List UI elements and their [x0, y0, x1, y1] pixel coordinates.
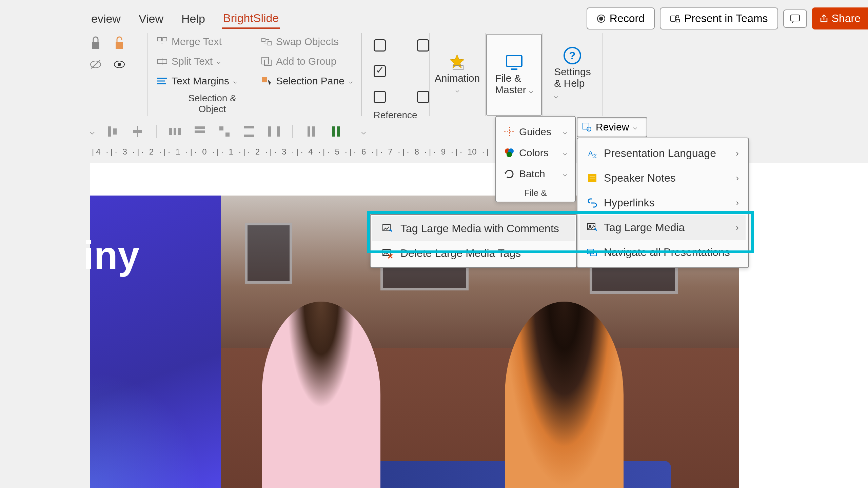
tab-view[interactable]: View	[137, 9, 165, 28]
distribute-icon-4[interactable]	[243, 125, 256, 138]
speaker-notes-label: Speaker Notes	[604, 172, 676, 184]
svg-rect-34	[178, 128, 181, 135]
file-master-button[interactable]: File &Master ⌵	[486, 34, 542, 116]
presentation-language-item[interactable]: A文 Presentation Language ›	[580, 141, 746, 166]
chevron-right-icon: ›	[736, 198, 739, 208]
swap-objects-button[interactable]: Swap Objects	[261, 36, 353, 47]
share-button[interactable]: Share	[812, 7, 868, 29]
svg-point-51	[507, 152, 512, 157]
guides-item[interactable]: Guides ⌵	[502, 121, 569, 142]
guides-icon	[504, 127, 514, 137]
add-to-group-button[interactable]: Add to Group	[261, 56, 353, 67]
svg-rect-37	[219, 126, 223, 130]
ruler: | 4· | · 3· | · 2· | · 1· | · 0· | · 1· …	[90, 146, 868, 158]
svg-rect-45	[332, 126, 335, 137]
text-margins-button[interactable]: Text Margins ⌵	[157, 75, 244, 87]
delete-tag-icon	[382, 248, 394, 259]
animation-button[interactable]: Animation ⌵	[438, 33, 476, 115]
delete-tags-item[interactable]: Delete Large Media Tags	[372, 241, 575, 266]
share-icon	[820, 14, 828, 23]
navigate-presentations-item[interactable]: Navigate all Presentations	[580, 240, 746, 265]
tab-brightslide[interactable]: BrightSlide	[222, 9, 280, 29]
svg-rect-43	[308, 126, 310, 137]
batch-item[interactable]: Batch ⌵	[502, 163, 569, 184]
distribute-icon-6[interactable]	[305, 125, 318, 138]
presentation-language-label: Presentation Language	[604, 147, 716, 160]
record-label: Record	[610, 12, 645, 25]
svg-rect-28	[108, 126, 111, 137]
svg-rect-35	[195, 126, 205, 129]
distribute-icon-3[interactable]	[218, 125, 231, 138]
checkbox-3[interactable]	[374, 65, 386, 77]
svg-rect-12	[163, 38, 167, 41]
hyperlinks-item[interactable]: Hyperlinks ›	[580, 190, 746, 215]
checkbox-2[interactable]	[417, 39, 429, 52]
distribute-icon-2[interactable]	[193, 125, 206, 138]
link-icon	[587, 198, 598, 208]
animation-label: Animation	[435, 73, 480, 84]
settings-help-button[interactable]: ? Settings& Help ⌵	[552, 33, 593, 115]
chevron-down-icon: ⌵	[633, 123, 637, 131]
checkbox-5[interactable]	[417, 91, 429, 103]
svg-rect-20	[262, 57, 269, 64]
present-teams-button[interactable]: Present in Teams	[660, 7, 778, 29]
tag-large-media-item[interactable]: Tag Large Media ›	[580, 215, 746, 240]
help-icon: ?	[563, 46, 582, 65]
align-icon-2[interactable]	[131, 125, 144, 138]
chevron-right-icon: ›	[736, 173, 739, 183]
svg-rect-5	[92, 42, 99, 49]
language-icon: A文	[587, 148, 598, 159]
merge-text-button[interactable]: Merge Text	[157, 36, 244, 47]
tab-review[interactable]: eview	[90, 9, 122, 28]
chevron-down-icon: ⌵	[563, 170, 567, 178]
tab-help[interactable]: Help	[180, 9, 206, 28]
selection-pane-button[interactable]: Selection Pane ⌵	[261, 75, 353, 87]
notes-icon	[587, 173, 598, 184]
more-icon[interactable]: ⌵	[90, 127, 95, 136]
colors-label: Colors	[519, 147, 549, 159]
tag-with-comments-item[interactable]: Tag Large Media with Comments	[372, 216, 575, 241]
batch-label: Batch	[519, 168, 545, 180]
colors-item[interactable]: Colors ⌵	[502, 142, 569, 163]
merge-icon	[157, 37, 167, 46]
group-icon	[261, 57, 272, 66]
align-icon-1[interactable]	[106, 125, 119, 138]
checkbox-4[interactable]	[374, 91, 386, 103]
present-teams-label: Present in Teams	[684, 12, 768, 25]
svg-point-60	[589, 225, 591, 227]
lock-icon[interactable]	[90, 36, 102, 49]
svg-rect-44	[312, 126, 315, 137]
review-button-active[interactable]: Review ⌵	[577, 117, 647, 137]
svg-rect-39	[244, 126, 254, 128]
chevron-down-icon: ⌵	[349, 77, 353, 85]
svg-rect-31	[133, 130, 142, 133]
distribute-icon-1[interactable]	[169, 125, 181, 138]
eye-slash-icon[interactable]	[90, 60, 102, 69]
distribute-icon-7[interactable]	[330, 125, 342, 138]
svg-rect-24	[507, 56, 522, 66]
comment-tag-icon	[382, 223, 394, 234]
checkbox-1[interactable]	[374, 39, 386, 52]
speaker-notes-item[interactable]: Speaker Notes ›	[580, 166, 746, 190]
pane-icon	[261, 76, 272, 86]
more-icon-2[interactable]: ⌵	[361, 127, 366, 136]
delete-tags-label: Delete Large Media Tags	[400, 247, 521, 260]
unlock-icon[interactable]	[114, 36, 125, 49]
review-label: Review	[596, 121, 629, 133]
eye-icon[interactable]	[114, 60, 125, 69]
svg-rect-36	[195, 130, 205, 133]
record-button[interactable]: Record	[587, 7, 655, 29]
svg-rect-22	[262, 77, 267, 82]
svg-rect-41	[268, 126, 271, 137]
svg-rect-52	[583, 123, 589, 129]
split-text-button[interactable]: Split Text ⌵	[157, 56, 244, 67]
slide-canvas[interactable]: iny	[90, 163, 868, 488]
svg-point-3	[676, 15, 679, 18]
svg-rect-33	[174, 128, 176, 135]
svg-rect-11	[157, 38, 161, 41]
comment-icon	[790, 14, 800, 23]
monitor-icon	[505, 54, 524, 71]
svg-rect-42	[277, 126, 280, 137]
comments-button[interactable]	[783, 9, 807, 28]
distribute-icon-5[interactable]	[268, 125, 280, 138]
